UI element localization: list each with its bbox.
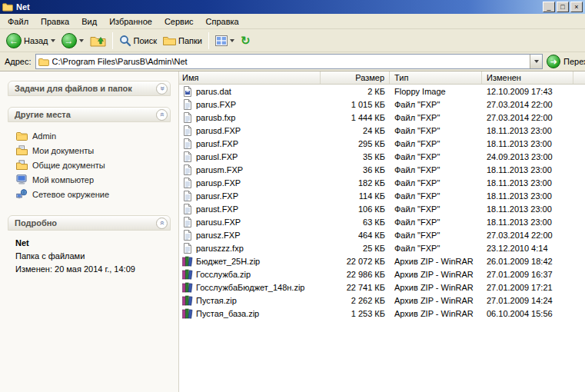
file-row[interactable]: Пустая_база.zip1 253 КБАрхив ZIP - WinRA… [179, 307, 585, 320]
file-type: Файл "FXP" [390, 100, 482, 109]
file-row[interactable]: parusp.FXP182 КБФайл "FXP"18.11.2013 23:… [179, 176, 585, 189]
winrar-archive-icon [182, 282, 193, 293]
places-section-header[interactable]: Другие места » [8, 107, 171, 122]
search-label: Поиск [134, 36, 157, 45]
file-size: 106 КБ [321, 204, 390, 214]
menu-item-tools[interactable]: Сервис [158, 15, 200, 28]
file-row[interactable]: ГосслужбаБюджет_148н.zip22 741 КБАрхив Z… [179, 281, 585, 294]
file-row[interactable]: Госслужба.zip22 986 КБАрхив ZIP - WinRAR… [179, 267, 585, 281]
file-row[interactable]: parusf.FXP295 КБФайл "FXP"18.11.2013 23:… [179, 137, 585, 150]
shared-documents-icon [15, 160, 28, 170]
file-type: Архив ZIP - WinRAR [390, 257, 482, 266]
file-modified: 18.11.2013 23:00 [482, 204, 585, 214]
file-row[interactable]: parus.FXP1 015 КБФайл "FXP"27.03.2014 22… [179, 98, 585, 111]
fxp-document-icon [182, 125, 193, 136]
file-row[interactable]: parusd.FXP24 КБФайл "FXP"18.11.2013 23:0… [179, 124, 585, 137]
views-dropdown-icon[interactable] [230, 39, 234, 42]
menu-item-view[interactable]: Вид [75, 15, 103, 28]
file-name: parus.FXP [196, 100, 236, 109]
menu-item-file[interactable]: Файл [2, 15, 35, 28]
file-row[interactable]: parus.dat2 КБFloppy Image12.10.2009 17:4… [179, 85, 585, 98]
column-header-mod[interactable]: Изменен [482, 71, 573, 84]
details-body: Net Папка с файлами Изменен: 20 мая 2014… [8, 231, 171, 279]
file-name-cell: parust.FXP [179, 204, 321, 214]
file-size: 2 КБ [321, 87, 390, 96]
collapse-section-button[interactable]: » [156, 218, 168, 229]
place-label: Мой компьютер [32, 175, 94, 184]
file-row[interactable]: parusb.fxp1 444 КБФайл "FXP"27.03.2014 2… [179, 111, 585, 124]
toolbar-separator [208, 32, 209, 49]
details-section-header[interactable]: Подробно » [8, 215, 171, 231]
file-row[interactable]: parusr.FXP114 КБФайл "FXP"18.11.2013 23:… [179, 189, 585, 202]
sidebar: Задачи для файлов и папок » Другие места… [0, 71, 179, 392]
place-label: Сетевое окружение [32, 190, 109, 199]
content-area: Задачи для файлов и папок » Другие места… [0, 71, 585, 392]
views-button[interactable] [212, 34, 238, 48]
file-type: Floppy Image [390, 87, 482, 96]
place-link[interactable]: Admin [15, 128, 168, 143]
search-button[interactable]: Поиск [116, 33, 160, 48]
maximize-button[interactable]: □ [557, 2, 569, 12]
file-row[interactable]: parusz.FXP464 КБФайл "FXP"27.03.2014 22:… [179, 228, 585, 241]
back-dropdown-icon[interactable] [51, 39, 55, 42]
fxp-document-icon [182, 164, 193, 175]
file-modified: 27.03.2014 22:00 [482, 100, 585, 109]
place-label: Общие документы [32, 161, 105, 170]
my-computer-icon [15, 174, 28, 184]
title-bar[interactable]: Net _ □ × [0, 0, 585, 14]
column-header-type[interactable]: Тип [390, 71, 482, 84]
place-link[interactable]: Мои документы [15, 143, 168, 158]
collapse-section-button[interactable]: » [156, 109, 168, 121]
address-dropdown-button[interactable] [530, 55, 542, 68]
file-row[interactable]: parusu.FXP63 КБФайл "FXP"18.11.2013 23:0… [179, 215, 585, 228]
file-modified: 06.10.2004 15:56 [482, 309, 585, 318]
back-button[interactable]: ← Назад [3, 32, 58, 50]
file-name: parusp.FXP [196, 178, 241, 188]
file-name-cell: parusr.FXP [179, 191, 321, 201]
refresh-icon: ↻ [241, 35, 251, 46]
place-link[interactable]: Мой компьютер [15, 172, 168, 187]
menu-item-favorites[interactable]: Избранное [103, 15, 158, 28]
file-type: Файл "FXP" [390, 231, 482, 240]
forward-icon: → [61, 33, 77, 48]
tasks-section-header[interactable]: Задачи для файлов и папок » [8, 81, 171, 96]
close-button[interactable]: × [570, 2, 583, 12]
file-row[interactable]: Пустая.zip2 262 КБАрхив ZIP - WinRAR27.0… [179, 294, 585, 307]
places-section-title: Другие места [15, 110, 71, 119]
file-size: 2 262 КБ [321, 296, 390, 305]
file-name: Пустая.zip [196, 296, 237, 305]
expand-section-button[interactable]: » [156, 83, 168, 95]
place-link[interactable]: Сетевое окружение [15, 187, 168, 201]
file-type: Файл "FXP" [390, 178, 482, 188]
refresh-button[interactable]: ↻ [238, 33, 254, 48]
menu-item-help[interactable]: Справка [200, 15, 245, 28]
minimize-button[interactable]: _ [543, 2, 555, 12]
file-size: 1 015 КБ [321, 100, 390, 109]
forward-dropdown-icon[interactable] [79, 39, 84, 42]
menu-item-edit[interactable]: Правка [35, 15, 75, 28]
file-row[interactable]: parusm.FXP36 КБФайл "FXP"18.11.2013 23:0… [179, 163, 585, 176]
file-row[interactable]: paruszzz.fxp25 КБФайл "FXP"23.12.2010 4:… [179, 241, 585, 254]
fxp-document-icon [182, 204, 193, 214]
file-name: parusf.FXP [196, 139, 238, 148]
address-bar: Адрес: C:\Program Files\ParusB\Admin\Net… [0, 52, 585, 71]
place-link[interactable]: Общие документы [15, 158, 168, 172]
folders-button[interactable]: Папки [160, 34, 205, 47]
file-name-cell: paruszzz.fxp [179, 243, 321, 254]
file-name-cell: Бюджет_25Н.zip [179, 256, 321, 267]
column-header-size[interactable]: Размер [321, 71, 390, 84]
file-row[interactable]: Бюджет_25Н.zip22 072 КБАрхив ZIP - WinRA… [179, 254, 585, 267]
file-modified: 24.09.2013 23:00 [482, 152, 585, 161]
up-button[interactable] [87, 32, 109, 48]
file-name: ГосслужбаБюджет_148н.zip [196, 283, 305, 292]
details-section-title: Подробно [15, 218, 57, 228]
file-name: parusz.FXP [196, 231, 240, 240]
file-type: Файл "FXP" [390, 126, 482, 135]
forward-button[interactable]: → [58, 32, 87, 50]
file-row[interactable]: parusl.FXP35 КБФайл "FXP"24.09.2013 23:0… [179, 150, 585, 163]
go-button[interactable]: ➜ Переход [547, 55, 585, 68]
file-name-cell: Пустая_база.zip [179, 308, 321, 319]
address-combo[interactable]: C:\Program Files\ParusB\Admin\Net [35, 54, 543, 69]
file-row[interactable]: parust.FXP106 КБФайл "FXP"18.11.2013 23:… [179, 202, 585, 215]
column-header-name[interactable]: Имя [179, 71, 321, 84]
